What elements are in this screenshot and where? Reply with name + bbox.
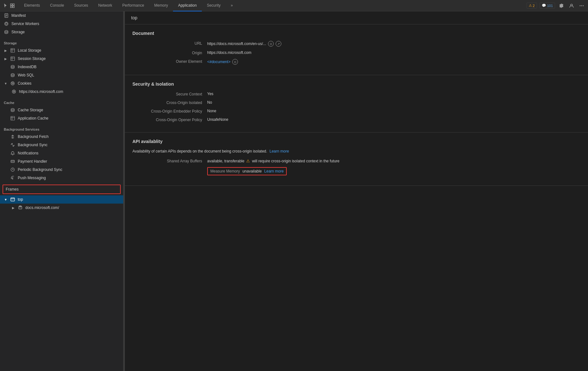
svg-point-30 (14, 91, 15, 91)
svg-rect-18 (11, 57, 15, 61)
inspect-icon[interactable] (10, 3, 15, 9)
cursor-icon[interactable] (3, 3, 8, 9)
frames-section-header[interactable]: Frames (3, 185, 121, 194)
local-storage-chevron[interactable]: ▶ (4, 49, 8, 52)
url-open-button[interactable]: ↗ (276, 41, 281, 47)
notifications-label: Notifications (18, 151, 38, 155)
local-storage-label: Local Storage (18, 48, 41, 53)
sidebar-item-cache-storage[interactable]: Cache Storage (0, 106, 123, 114)
measure-memory-row: Measure Memory unavailable Learn more (132, 167, 580, 175)
indexeddb-label: IndexedDB (18, 65, 36, 69)
secure-context-text: Yes (207, 92, 214, 96)
sidebar-item-bg-fetch[interactable]: Background Fetch (0, 133, 123, 141)
shared-array-warning-text: will require cross-origin isolated conte… (252, 159, 339, 163)
message-badge[interactable]: 💬 101 (540, 3, 555, 9)
coop-text: UnsafeNone (207, 117, 228, 122)
coop-value: UnsafeNone (207, 117, 580, 122)
sidebar-item-periodic-bg-sync[interactable]: Periodic Background Sync (0, 166, 123, 174)
periodic-bg-sync-label: Periodic Background Sync (18, 167, 62, 172)
sidebar-item-application-cache[interactable]: Application Cache (0, 114, 123, 122)
devtools-icons (3, 3, 15, 9)
origin-label: Origin (132, 50, 202, 55)
tab-console[interactable]: Console (45, 0, 69, 11)
notifications-icon (10, 151, 15, 156)
coep-value: None (207, 109, 580, 113)
bg-sync-label: Background Sync (18, 143, 48, 147)
svg-point-29 (13, 91, 14, 92)
sidebar-item-indexeddb[interactable]: IndexedDB (0, 63, 123, 71)
tab-performance[interactable]: Performance (117, 0, 149, 11)
svg-point-32 (13, 92, 14, 92)
warning-badge[interactable]: ⚠ 2 (527, 3, 537, 9)
sidebar-item-service-workers[interactable]: Service Workers (0, 20, 123, 28)
owner-element-link[interactable]: <#document> (207, 60, 230, 64)
cache-storage-label: Cache Storage (18, 108, 43, 112)
sidebar-item-push-messaging[interactable]: Push Messaging (0, 174, 123, 182)
sidebar-item-cookies[interactable]: ▼ Cookies (0, 79, 123, 88)
message-icon: 💬 (542, 3, 546, 8)
sidebar-item-cookies-child[interactable]: https://docs.microsoft.com (0, 88, 123, 96)
more-button[interactable] (578, 2, 585, 10)
owner-element-btn[interactable]: ⊙ (232, 59, 238, 65)
measure-memory-unavailable: unavailable (242, 169, 262, 173)
sidebar-item-storage-top[interactable]: Storage (0, 28, 123, 36)
api-section: API availablity Availability of certain … (125, 133, 588, 186)
session-storage-chevron[interactable]: ▶ (4, 57, 8, 61)
sidebar-item-manifest[interactable]: Manifest (0, 11, 123, 20)
settings-button[interactable] (558, 2, 565, 10)
api-learn-more-link[interactable]: Learn more (270, 149, 289, 153)
bg-sync-icon (10, 142, 15, 147)
content-area: top Document URL https://docs.microsoft.… (125, 11, 588, 371)
shared-array-label: Shared Array Buffers (132, 159, 202, 163)
application-cache-label: Application Cache (18, 116, 48, 120)
top-frame-icon (10, 197, 15, 202)
account-button[interactable] (568, 2, 575, 10)
sidebar: Manifest Service Workers Storage (0, 11, 124, 371)
shared-array-text: available, transferable (207, 159, 244, 163)
toolbar-right: ⚠ 2 💬 101 (527, 2, 585, 10)
owner-element-value: <#document> ⊙ (207, 59, 580, 65)
tab-memory[interactable]: Memory (149, 0, 173, 11)
measure-memory-link[interactable]: Learn more (264, 169, 284, 173)
payment-handler-label: Payment Handler (18, 159, 47, 164)
docs-frame-chevron[interactable]: ▶ (11, 206, 15, 210)
tab-sources[interactable]: Sources (69, 0, 93, 11)
tab-bar: Elements Console Sources Network Perform… (0, 0, 588, 11)
sidebar-manifest-label: Manifest (11, 13, 26, 18)
svg-point-33 (11, 108, 14, 110)
sidebar-item-bg-sync[interactable]: Background Sync (0, 141, 123, 149)
origin-text: https://docs.microsoft.com (207, 50, 251, 55)
cookies-chevron[interactable]: ▼ (4, 81, 8, 85)
bg-fetch-icon (10, 134, 15, 139)
sidebar-item-payment-handler[interactable]: Payment Handler (0, 157, 123, 166)
sidebar-item-top-frame[interactable]: ▼ top (0, 195, 123, 204)
svg-point-14 (5, 30, 8, 32)
svg-rect-1 (13, 4, 14, 5)
sidebar-item-notifications[interactable]: Notifications (0, 149, 123, 157)
shared-array-row: Shared Array Buffers available, transfer… (132, 159, 580, 163)
tab-application[interactable]: Application (173, 0, 202, 11)
svg-point-6 (581, 5, 582, 6)
coep-row: Cross-Origin Embedder Policy None (132, 109, 580, 114)
sidebar-item-session-storage[interactable]: ▶ Session Storage (0, 55, 123, 63)
origin-field-row: Origin https://docs.microsoft.com (132, 50, 580, 55)
url-label: URL (132, 41, 202, 46)
tab-elements[interactable]: Elements (19, 0, 45, 11)
tab-network[interactable]: Network (93, 0, 117, 11)
sidebar-item-web-sql[interactable]: Web SQL (0, 71, 123, 79)
sidebar-service-workers-label: Service Workers (11, 22, 39, 26)
periodic-bg-sync-icon (10, 167, 15, 172)
url-field-row: URL https://docs.microsoft.com/en-us/...… (132, 41, 580, 47)
svg-rect-41 (11, 198, 15, 201)
sidebar-item-local-storage[interactable]: ▶ Local Storage (0, 46, 123, 55)
url-copy-button[interactable]: ⊙ (268, 41, 274, 47)
sidebar-item-docs-frame[interactable]: ▶ docs.microsoft.com/ (0, 204, 123, 212)
storage-section-header: Storage (0, 39, 123, 46)
security-section: Security & Isolation Secure Context Yes … (125, 75, 588, 133)
secure-context-label: Secure Context (132, 92, 202, 96)
tab-list: Elements Console Sources Network Perform… (19, 0, 527, 11)
svg-point-23 (11, 82, 15, 85)
tab-more[interactable]: » (226, 0, 238, 11)
tab-security[interactable]: Security (202, 0, 226, 11)
top-frame-chevron[interactable]: ▼ (4, 198, 8, 201)
